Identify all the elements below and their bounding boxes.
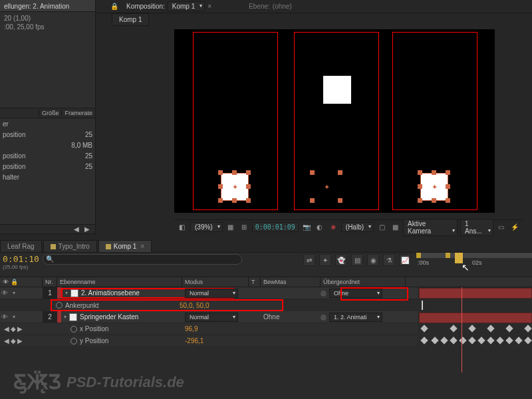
frame-blend-icon[interactable]: ▤ [351,254,363,266]
roi-icon[interactable]: ▢ [376,222,387,233]
handle-icon[interactable] [418,170,422,175]
composition-viewer[interactable]: ✦ ✦ ✦ [174,29,495,213]
keyframe-icon[interactable] [468,336,475,344]
hide-shy-icon[interactable]: 👻 [335,254,347,266]
handle-icon[interactable] [446,170,450,175]
keyframe-icon[interactable] [487,336,494,344]
pickwhip-icon[interactable]: ◎ [321,313,327,321]
comp-flowchart-icon[interactable]: ⇄ [303,254,315,266]
handle-icon[interactable] [432,170,436,175]
col-mode[interactable]: Modus [182,277,249,287]
handle-icon[interactable] [446,184,450,189]
handle-icon[interactable] [218,184,223,189]
handle-icon[interactable] [232,198,237,203]
property-row-anchor[interactable]: Ankerpunkt 50,0, 50,0 [51,299,283,311]
keyframe-icon[interactable] [524,325,531,332]
handle-icon[interactable] [246,184,251,189]
handle-icon[interactable] [446,198,450,203]
prop-value[interactable]: 50,0, 50,0 [177,302,243,309]
comp-breadcrumb[interactable]: Komp 1 [112,13,149,26]
work-area-end-handle[interactable] [446,253,450,258]
current-time[interactable]: 0:01:10 [3,254,40,264]
keyframe-icon[interactable] [468,325,475,332]
col-layername[interactable]: Ebenenname [57,277,182,287]
col-size[interactable]: Größe [39,110,62,116]
scroll-right-icon[interactable]: ▶ [84,225,90,233]
handle-icon[interactable] [418,184,422,189]
col-nr[interactable]: Nr. [43,277,57,287]
project-row[interactable]: position25 [0,150,95,161]
work-area-bar[interactable] [416,253,532,258]
handle-icon[interactable] [338,198,342,203]
col-framerate[interactable]: Framerate [61,110,95,116]
twirl-icon[interactable]: ▾ [65,290,68,296]
close-tab-icon[interactable]: × [140,243,144,250]
handle-icon[interactable] [246,170,251,175]
keyframe-icon[interactable] [450,325,457,332]
color-mgmt-icon[interactable]: ❀ [328,222,338,233]
visibility-toggle[interactable]: 👁 [0,313,9,321]
layer-bar-1[interactable] [419,288,532,299]
visibility-toggle[interactable]: 👁 [0,289,9,297]
draft3d-icon[interactable]: ✦ [319,254,331,266]
project-panel-tab[interactable]: ellungen: 2. Animation [0,0,95,12]
stopwatch-icon[interactable] [70,338,77,344]
handle-icon[interactable] [310,198,315,203]
layer-box-plain[interactable] [323,76,351,104]
project-row[interactable]: er [0,118,95,129]
composition-tab[interactable]: Komposition: Komp 1 × [121,0,217,13]
prop-value[interactable]: 96,9 [182,325,249,332]
prev-kf-icon[interactable]: ◀ [4,337,9,344]
timeline-tab-typo[interactable]: Typo_Intro [43,240,97,252]
twirl-icon[interactable]: ▾ [9,290,19,296]
resolution-icon[interactable]: ▦ [225,222,236,233]
keyframe-icon[interactable] [515,336,522,344]
add-kf-icon[interactable]: ◆ [11,337,16,344]
scroll-left-icon[interactable]: ◀ [74,225,79,233]
parent-dropdown[interactable]: 1. 2. Animati [329,313,382,322]
col-bewmas[interactable]: BewMas [261,277,321,287]
grid-icon[interactable]: ⊞ [239,222,249,233]
blend-mode-dropdown[interactable]: Normal [185,289,238,298]
layer-name[interactable]: Springender Kasten [80,313,138,321]
twirl-icon[interactable]: ▾ [9,314,19,320]
add-kf-icon[interactable]: ◆ [11,325,16,332]
keyframe-icon[interactable] [420,325,428,332]
handle-icon[interactable] [218,198,223,203]
motion-blur-icon[interactable]: ◉ [367,254,379,266]
close-comp-tab[interactable]: × [207,3,211,10]
project-row[interactable]: position25 [0,161,95,172]
parent-dropdown[interactable]: Ohne [329,289,382,298]
trackmatte-dropdown[interactable]: Ohne [263,313,279,321]
anchor-icon[interactable]: ✦ [231,184,238,190]
handle-icon[interactable] [418,198,422,203]
project-row[interactable]: position25 [0,129,95,140]
stopwatch-icon[interactable] [70,326,77,332]
comp-dropdown[interactable]: Komp 1 [168,1,205,11]
keyframe-icon[interactable] [487,325,494,332]
next-kf-icon[interactable]: ▶ [17,325,23,332]
timeline-track-area[interactable] [418,287,532,372]
graph-editor-icon[interactable]: 📈 [399,254,411,266]
cti-line[interactable] [462,287,462,372]
project-row[interactable]: 8,0 MB [0,140,95,150]
views-dropdown[interactable]: 1 Ans... [460,219,493,236]
pixel-aspect-icon[interactable]: ▭ [496,222,507,233]
brainstorm-icon[interactable]: ⚗ [383,254,395,266]
camera-dropdown[interactable]: Aktive Kamera [403,219,458,236]
col-switches[interactable]: 👁 🔒 [0,277,43,287]
anchor-icon[interactable]: ✦ [323,184,330,190]
keyframe-icon[interactable] [505,336,513,344]
timeline-tab-komp1[interactable]: Komp 1× [98,240,152,252]
fast-preview-icon[interactable]: ⚡ [509,222,520,233]
viewer-timecode[interactable]: 0:00:01:09 [252,222,299,232]
blend-mode-dropdown[interactable]: Normal [185,313,238,322]
keyframe-icon[interactable] [496,336,503,344]
keyframe-icon[interactable] [440,336,448,344]
zoom-dropdown[interactable]: (39%) [190,222,223,232]
stopwatch-icon[interactable] [56,302,63,309]
channel-icon[interactable]: ◐ [315,222,325,233]
handle-icon[interactable] [338,170,342,175]
project-row[interactable]: halter [0,172,95,182]
keyframe-icon[interactable] [477,336,485,344]
